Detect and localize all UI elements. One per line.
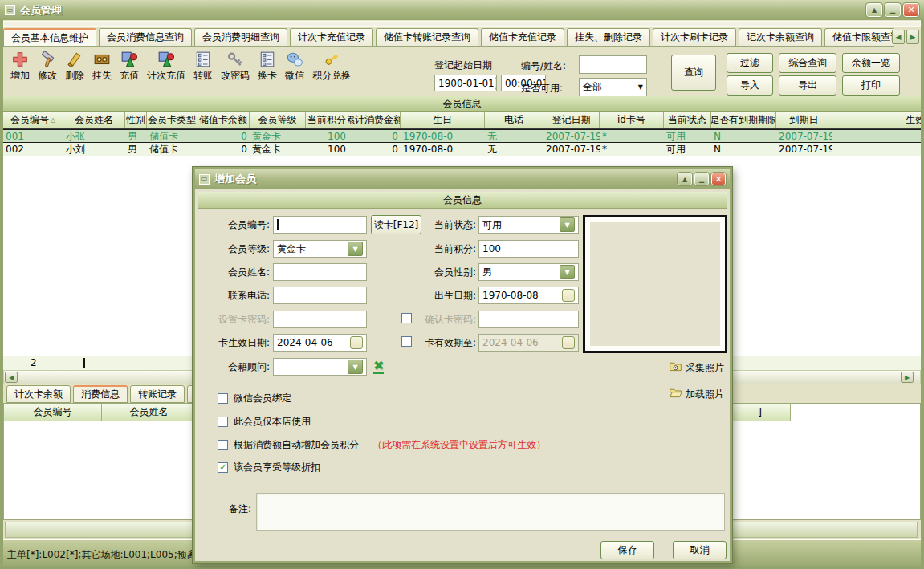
calendar-button[interactable] — [350, 336, 363, 349]
tab-10[interactable]: 储值卡限额查询 — [824, 28, 894, 46]
table-row[interactable]: 002小刘男储值卡0黄金卡10001970-08-0无2007-07-19*可用… — [3, 143, 921, 156]
usable-select[interactable]: 全部 ▼ — [579, 78, 647, 96]
toolbar-action-换卡[interactable]: 换卡 — [254, 51, 281, 83]
valid-from-input[interactable]: 2024-04-06 — [273, 334, 367, 352]
restore-icon: ▲ — [872, 6, 877, 14]
checkbox-此会员仅本店使用[interactable]: ✓ — [218, 417, 228, 427]
dialog-close-button[interactable]: ✕ — [711, 173, 726, 185]
card-password-input[interactable] — [273, 311, 367, 328]
save-button[interactable]: 保存 — [600, 541, 654, 559]
column-header-当前状态[interactable]: 当前状态 — [664, 112, 711, 128]
tab-1[interactable]: 会员基本信息维护 — [3, 28, 96, 47]
dialog-minimize-button[interactable]: ▁ — [694, 173, 709, 185]
tab-2[interactable]: 会员消费信息查询 — [99, 28, 192, 46]
confirm-password-input[interactable] — [478, 311, 579, 328]
toolbar-action-转账[interactable]: 转账 — [189, 51, 217, 83]
capture-photo-button[interactable]: 采集照片 — [669, 360, 724, 376]
scroll-right-button[interactable]: ▶ — [901, 372, 914, 383]
dropdown-arrow-icon[interactable]: ▼ — [348, 242, 363, 256]
toolbar-action-增加[interactable]: 增加 — [6, 51, 34, 83]
button-余额一览[interactable]: 余额一览 — [842, 53, 900, 73]
column-header-储值卡余额[interactable]: 储值卡余额 — [197, 112, 250, 128]
bottom-column-header[interactable]: 会员姓名 — [102, 404, 197, 421]
toolbar-action-积分兑换[interactable]: 积分兑换 — [308, 51, 355, 83]
birthday-input[interactable]: 1970-08-08 — [478, 287, 579, 304]
toolbar-action-挂失[interactable]: 挂失 — [88, 51, 116, 83]
minimize-button[interactable]: ▁ — [885, 3, 901, 17]
toolbar-action-微信[interactable]: 微信 — [281, 51, 308, 83]
member-id-input[interactable] — [273, 216, 367, 234]
column-header-生效[interactable]: 生效 — [832, 112, 921, 128]
column-header-会员卡类型[interactable]: 会员卡类型 — [147, 112, 197, 128]
query-button[interactable]: 查询 — [671, 55, 716, 91]
column-header-会员等级[interactable]: 会员等级 — [250, 112, 306, 128]
tab-scroll-left-button[interactable]: ◀ — [892, 30, 905, 44]
calendar-button[interactable] — [562, 336, 575, 349]
points-input[interactable]: 100 — [478, 240, 579, 258]
column-header-生日[interactable]: 生日 — [401, 112, 485, 128]
gender-select[interactable]: 男 ▼ — [478, 263, 579, 281]
register-date-input[interactable]: 1900-01-01 — [434, 75, 497, 91]
dropdown-arrow-icon[interactable]: ▼ — [560, 265, 575, 279]
column-header-电话[interactable]: 电话 — [485, 112, 543, 128]
bottom-tab-1[interactable]: 计次卡余额 — [6, 385, 71, 403]
name-input[interactable] — [273, 263, 367, 281]
column-header-性别[interactable]: 性别 — [125, 112, 147, 128]
dropdown-arrow-icon[interactable]: ▼ — [560, 217, 575, 232]
load-photo-button[interactable]: 加载照片 — [669, 386, 724, 402]
button-打印[interactable]: 打印 — [842, 75, 900, 96]
bottom-tab-3[interactable]: 转账记录 — [130, 385, 185, 403]
column-header-会员编号[interactable]: 会员编号△ — [3, 112, 63, 128]
bottom-column-header[interactable]: 会员编号 — [4, 404, 102, 421]
toolbar-action-改密码[interactable]: 改密码 — [217, 51, 254, 83]
tab-scroll-right-button[interactable]: ▶ — [906, 30, 919, 44]
scroll-left-button[interactable]: ◀ — [5, 372, 18, 383]
restore-button[interactable]: ▲ — [866, 3, 882, 17]
bottom-tab-2[interactable]: 消费信息 — [73, 385, 128, 403]
valid-to-checkbox[interactable]: ✓ — [401, 336, 412, 347]
advisor-select[interactable]: ▼ — [273, 358, 367, 376]
tab-9[interactable]: 记次卡余额查询 — [739, 28, 822, 46]
tab-8[interactable]: 计次卡刷卡记录 — [653, 28, 736, 46]
status-select[interactable]: 可用 ▼ — [478, 216, 579, 234]
tab-4[interactable]: 计次卡充值记录 — [290, 28, 373, 46]
checkbox-该会员享受等级折扣[interactable]: ✓ — [218, 462, 228, 473]
column-header-id卡号[interactable]: id卡号 — [600, 112, 664, 128]
dialog-restore-button[interactable]: ▲ — [678, 173, 692, 185]
button-导出[interactable]: 导出 — [779, 75, 836, 96]
column-header-登记日期[interactable]: 登记日期 — [543, 112, 600, 128]
column-header-到期日[interactable]: 到期日 — [776, 112, 832, 128]
bottom-column-header[interactable]: ] — [730, 404, 791, 421]
level-select[interactable]: 黄金卡 ▼ — [273, 240, 367, 258]
tab-5[interactable]: 储值卡转账记录查询 — [376, 28, 478, 46]
calendar-button[interactable] — [495, 77, 497, 90]
toolbar-action-修改[interactable]: 修改 — [34, 51, 61, 83]
toolbar-action-充值[interactable]: 充值 — [116, 51, 143, 83]
remark-textarea[interactable] — [256, 493, 725, 531]
toolbar-action-计次充值[interactable]: 计次充值 — [143, 51, 189, 83]
tab-7[interactable]: 挂失、删除记录 — [567, 28, 650, 46]
valid-to-input[interactable]: 2024-04-06 — [478, 334, 579, 352]
id-name-input[interactable] — [579, 55, 647, 74]
phone-input[interactable] — [273, 287, 367, 304]
column-header-累计消费金额[interactable]: 累计消费金额 — [348, 112, 401, 128]
dropdown-arrow-icon[interactable]: ▼ — [348, 360, 363, 374]
toolbar-action-删除[interactable]: 删除 — [61, 51, 88, 83]
clear-advisor-icon[interactable]: ✖ — [373, 360, 384, 374]
button-过滤[interactable]: 过滤 — [727, 53, 773, 73]
column-header-是否有到期期限[interactable]: 是否有到期期限 — [711, 112, 776, 128]
checkbox-微信会员绑定[interactable]: ✓ — [218, 393, 228, 404]
tab-6[interactable]: 储值卡充值记录 — [481, 28, 564, 46]
close-button[interactable]: ✕ — [903, 3, 919, 17]
checkbox-根据消费额自动增加会员积分[interactable]: ✓ — [218, 440, 228, 450]
button-综合查询[interactable]: 综合查询 — [779, 53, 836, 73]
table-row[interactable]: 001小张男储值卡0黄金卡10001970-08-0无2007-07-19*可用… — [3, 129, 921, 143]
column-header-会员姓名[interactable]: 会员姓名 — [63, 112, 125, 128]
remark-label: 备注: — [195, 500, 251, 518]
button-导入[interactable]: 导入 — [727, 75, 773, 96]
calendar-button[interactable] — [562, 289, 575, 302]
tab-3[interactable]: 会员消费明细查询 — [194, 28, 287, 46]
column-header-当前积分[interactable]: 当前积分 — [306, 112, 348, 128]
cancel-button[interactable]: 取消 — [673, 541, 727, 559]
confirm-password-checkbox[interactable]: ✓ — [401, 313, 412, 323]
